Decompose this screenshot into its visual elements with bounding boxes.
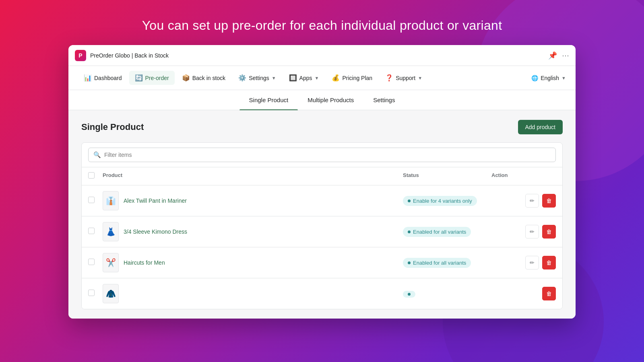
pricing-icon: 💰	[332, 74, 340, 82]
row3-status: Enabled for all variants	[403, 258, 491, 268]
nav-label-apps: Apps	[299, 75, 312, 81]
app-icon: P	[75, 50, 86, 61]
row3-delete-button[interactable]: 🗑	[542, 256, 556, 269]
search-input-wrapper: 🔍	[88, 148, 556, 162]
header-action: Action	[491, 172, 556, 180]
page-body: Single Product Add product 🔍 P	[68, 110, 576, 319]
nav-item-preorder[interactable]: 🔄 Pre-order	[129, 71, 175, 85]
row3-product-cell: ✂️ Haircuts for Men	[103, 253, 403, 272]
nav-language[interactable]: 🌐 English ▼	[531, 75, 566, 81]
nav-label-back-in-stock: Back in stock	[192, 75, 225, 81]
row2-delete-button[interactable]: 🗑	[542, 225, 556, 239]
apps-chevron-icon: ▼	[315, 76, 319, 80]
language-chevron-icon: ▼	[561, 76, 566, 80]
globe-icon: 🌐	[531, 75, 538, 81]
nav-item-apps[interactable]: 🔲 Apps ▼	[283, 71, 325, 85]
row3-status-dot	[408, 261, 411, 264]
dashboard-icon: 📊	[84, 74, 92, 82]
tab-multiple-products[interactable]: Multiple Products	[298, 90, 363, 110]
nav-label-preorder: Pre-order	[145, 75, 169, 81]
nav-label-settings: Settings	[249, 75, 269, 81]
row1-edit-button[interactable]: ✏	[525, 194, 539, 208]
row4-status-badge	[403, 291, 415, 298]
preorder-icon: 🔄	[135, 74, 143, 82]
row4-status	[403, 290, 491, 298]
support-chevron-icon: ▼	[418, 76, 422, 80]
nav-item-support[interactable]: ❓ Support ▼	[380, 71, 428, 85]
row3-action-cell: ✏ 🗑	[491, 256, 556, 269]
table-row-partial: 🧥 🗑	[82, 278, 562, 309]
title-bar-left: P PreOrder Globo | Back in Stock	[75, 50, 169, 61]
nav-item-back-in-stock[interactable]: 📦 Back in stock	[176, 71, 231, 85]
row3-status-text: Enabled for all variants	[413, 260, 466, 266]
row2-checkbox[interactable]	[88, 228, 95, 234]
row3-product-name[interactable]: Haircuts for Men	[124, 259, 165, 266]
language-label: English	[541, 75, 559, 81]
row1-status-badge: Enable for 4 variants only	[403, 196, 477, 206]
support-icon: ❓	[385, 74, 393, 82]
table-row: ✂️ Haircuts for Men Enabled for all vari…	[82, 247, 562, 278]
row2-thumbnail: 👗	[103, 222, 119, 241]
app-window: P PreOrder Globo | Back in Stock 📌 ⋯ 📊 D…	[68, 45, 576, 319]
page-header: Single Product Add product	[81, 120, 563, 134]
row1-status: Enable for 4 variants only	[403, 196, 491, 206]
row3-edit-button[interactable]: ✏	[525, 256, 539, 269]
header-product: Product	[103, 172, 403, 180]
app-title: PreOrder Globo | Back in Stock	[90, 52, 169, 59]
row1-status-text: Enable for 4 variants only	[413, 198, 472, 204]
row1-action-cell: ✏ 🗑	[491, 194, 556, 208]
row2-status-dot	[408, 230, 411, 233]
row3-thumbnail: ✂️	[103, 253, 119, 272]
nav-bar: 📊 Dashboard 🔄 Pre-order 📦 Back in stock …	[68, 66, 576, 90]
row1-checkbox[interactable]	[88, 197, 95, 203]
row3-checkbox[interactable]	[88, 259, 95, 265]
row1-product-name[interactable]: Alex Twill Pant in Mariner	[124, 197, 187, 204]
add-product-button[interactable]: Add product	[518, 120, 563, 134]
product-table: 🔍 Product Status Action	[81, 142, 563, 309]
row4-checkbox[interactable]	[88, 290, 95, 296]
tab-label-settings: Settings	[373, 97, 395, 103]
title-bar-right: 📌 ⋯	[548, 51, 569, 60]
main-content: Single Product Multiple Products Setting…	[68, 90, 576, 319]
hero-text: You can set up pre-order for each indivi…	[142, 18, 502, 33]
row3-status-badge: Enabled for all variants	[403, 258, 471, 268]
header-status: Status	[403, 172, 491, 180]
nav-label-pricing: Pricing Plan	[342, 75, 372, 81]
row1-thumbnail: 👔	[103, 191, 119, 210]
row1-status-dot	[408, 200, 411, 202]
tab-single-product[interactable]: Single Product	[239, 90, 298, 110]
tab-label-single-product: Single Product	[249, 97, 289, 103]
row2-product-cell: 👗 3/4 Sleeve Kimono Dress	[103, 222, 403, 241]
table-row: 👗 3/4 Sleeve Kimono Dress Enabled for al…	[82, 216, 562, 247]
nav-item-settings[interactable]: ⚙️ Settings ▼	[233, 71, 281, 85]
nav-item-pricing[interactable]: 💰 Pricing Plan	[326, 71, 378, 85]
back-in-stock-icon: 📦	[182, 74, 190, 82]
table-header: Product Status Action	[82, 167, 562, 185]
row4-status-dot	[408, 293, 411, 296]
tab-label-multiple-products: Multiple Products	[308, 97, 354, 103]
nav-label-support: Support	[396, 75, 415, 81]
row1-delete-button[interactable]: 🗑	[542, 194, 556, 208]
search-input[interactable]	[104, 152, 551, 158]
row4-product-cell: 🧥	[103, 284, 403, 303]
row2-edit-button[interactable]: ✏	[525, 225, 539, 239]
row2-action-cell: ✏ 🗑	[491, 225, 556, 239]
row2-product-name[interactable]: 3/4 Sleeve Kimono Dress	[124, 228, 187, 235]
tab-settings[interactable]: Settings	[363, 90, 405, 110]
tabs: Single Product Multiple Products Setting…	[68, 90, 576, 110]
settings-icon: ⚙️	[238, 74, 246, 82]
row2-status-badge: Enabled for all variants	[403, 227, 471, 237]
nav-item-dashboard[interactable]: 📊 Dashboard	[78, 71, 128, 85]
row4-thumbnail: 🧥	[103, 284, 119, 303]
row2-status-text: Enabled for all variants	[413, 229, 466, 235]
select-all-checkbox[interactable]	[88, 172, 95, 179]
pin-icon[interactable]: 📌	[548, 51, 557, 60]
settings-chevron-icon: ▼	[272, 76, 276, 80]
search-icon: 🔍	[93, 151, 101, 158]
apps-icon: 🔲	[289, 74, 297, 82]
row2-status: Enabled for all variants	[403, 227, 491, 237]
more-icon[interactable]: ⋯	[562, 51, 569, 60]
row4-delete-button[interactable]: 🗑	[542, 287, 556, 300]
table-row: 👔 Alex Twill Pant in Mariner Enable for …	[82, 185, 562, 216]
page-title: Single Product	[81, 122, 144, 132]
